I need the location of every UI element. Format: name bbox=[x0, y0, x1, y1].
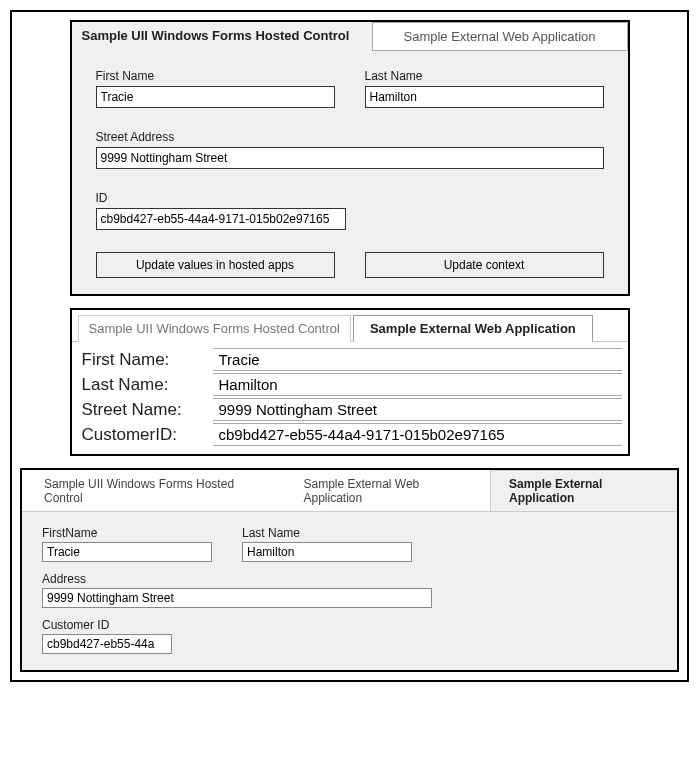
panel3-body: FirstName Last Name Address Customer ID bbox=[22, 511, 677, 670]
id-input[interactable] bbox=[96, 208, 346, 230]
first-name-input[interactable] bbox=[96, 86, 335, 108]
panel-external-web: Sample UII Windows Forms Hosted Control … bbox=[70, 308, 630, 456]
street-address-input[interactable] bbox=[96, 147, 604, 169]
first-name-input[interactable] bbox=[42, 542, 212, 562]
tab-winforms-hosted[interactable]: Sample UII Windows Forms Hosted Control bbox=[72, 22, 372, 51]
last-name-input[interactable] bbox=[213, 373, 622, 396]
last-name-label: Last Name: bbox=[78, 375, 213, 395]
panel-winforms-hosted: Sample UII Windows Forms Hosted Control … bbox=[70, 20, 630, 296]
last-name-label: Last Name bbox=[242, 526, 412, 540]
first-name-input[interactable] bbox=[213, 348, 622, 371]
address-label: Address bbox=[42, 572, 432, 586]
last-name-input[interactable] bbox=[242, 542, 412, 562]
customer-id-input[interactable] bbox=[213, 423, 622, 446]
outer-container: Sample UII Windows Forms Hosted Control … bbox=[10, 10, 689, 682]
customer-id-input[interactable] bbox=[42, 634, 172, 654]
panel-external-app: Sample UII Windows Forms Hosted Control … bbox=[20, 468, 679, 672]
address-input[interactable] bbox=[42, 588, 432, 608]
last-name-label: Last Name bbox=[365, 69, 604, 83]
tab-external-web[interactable]: Sample External Web Application bbox=[281, 471, 490, 511]
customer-id-label: Customer ID bbox=[42, 618, 172, 632]
tab-external-web[interactable]: Sample External Web Application bbox=[372, 22, 628, 51]
panel2-tabs: Sample UII Windows Forms Hosted Control … bbox=[72, 310, 628, 342]
tab-external-app[interactable]: Sample External Application bbox=[490, 470, 677, 511]
tab-winforms-hosted[interactable]: Sample UII Windows Forms Hosted Control bbox=[22, 471, 281, 511]
update-context-button[interactable]: Update context bbox=[365, 252, 604, 278]
id-label: ID bbox=[96, 191, 604, 205]
street-name-input[interactable] bbox=[213, 398, 622, 421]
first-name-label: First Name bbox=[96, 69, 335, 83]
customer-id-label: CustomerID: bbox=[78, 425, 213, 445]
street-address-label: Street Address bbox=[96, 130, 604, 144]
street-name-label: Street Name: bbox=[78, 400, 213, 420]
panel2-body: First Name: Last Name: Street Name: Cust… bbox=[72, 342, 628, 454]
panel3-tabs: Sample UII Windows Forms Hosted Control … bbox=[22, 470, 677, 511]
first-name-label: FirstName bbox=[42, 526, 212, 540]
panel1-body: First Name Last Name Street Address ID bbox=[72, 51, 628, 294]
last-name-input[interactable] bbox=[365, 86, 604, 108]
tab-external-web[interactable]: Sample External Web Application bbox=[353, 315, 593, 342]
first-name-label: First Name: bbox=[78, 350, 213, 370]
tab-winforms-hosted[interactable]: Sample UII Windows Forms Hosted Control bbox=[78, 315, 351, 342]
update-hosted-apps-button[interactable]: Update values in hosted apps bbox=[96, 252, 335, 278]
panel1-tabs: Sample UII Windows Forms Hosted Control … bbox=[72, 22, 628, 51]
